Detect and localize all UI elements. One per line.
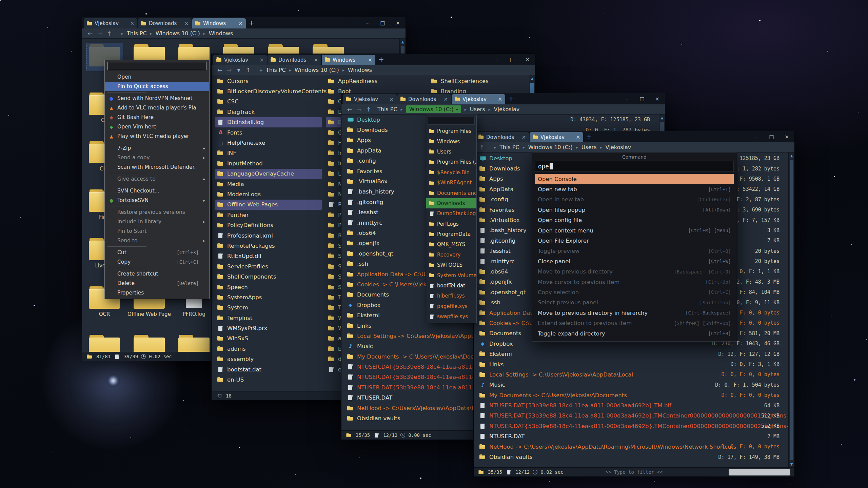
command-item[interactable]: Close panel [Ctrl+W]	[535, 256, 734, 266]
file-row[interactable]: Speech	[215, 282, 322, 292]
tab[interactable]: Downloads	[138, 18, 192, 28]
file-row[interactable]: Obsidian vaults D: 17, F: 149, 38 MB	[477, 452, 788, 462]
file-row[interactable]: InputMethod	[215, 158, 322, 168]
file-row[interactable]: Media	[215, 179, 322, 189]
dropdown-item[interactable]: QMK_MSYS	[426, 239, 476, 249]
minimize-button[interactable]: –	[619, 93, 634, 104]
tab-close-icon[interactable]	[521, 134, 526, 140]
command-item[interactable]: Open Console	[535, 174, 734, 184]
file-row[interactable]: Offline Web Pages	[215, 200, 322, 210]
back-button[interactable]: ←	[86, 30, 94, 37]
context-menu-item[interactable]	[105, 267, 209, 269]
minimize-button[interactable]: –	[360, 17, 375, 28]
minimize-button[interactable]: –	[489, 54, 505, 65]
maximize-button[interactable]: □	[505, 54, 520, 65]
file-row[interactable]: Links D: 0, F: 3, 1 KB	[477, 359, 788, 369]
file-row[interactable]: ServiceProfiles	[215, 261, 322, 271]
context-menu-item[interactable]: Pin to Quick access	[105, 82, 209, 91]
dropdown-item[interactable]: PerfLogs	[426, 219, 476, 229]
close-button[interactable]: ×	[650, 93, 665, 104]
dropdown-item[interactable]: System Volume ...	[426, 270, 476, 280]
dropdown-item[interactable]: ProgramData	[426, 229, 476, 239]
file-row[interactable]: SystemApps	[215, 292, 322, 302]
tab[interactable]: Vjekoslav	[343, 94, 397, 104]
dropdown-item[interactable]: DumpStack.log...	[426, 208, 476, 219]
titlebar[interactable]: Vjekoslav Downloads Windows + –□×	[212, 54, 535, 65]
context-menu-item[interactable]	[105, 91, 209, 94]
context-menu-item[interactable]: Open Vim here	[105, 122, 209, 131]
file-row[interactable]: assembly	[215, 354, 322, 364]
tab-close-icon[interactable]	[498, 96, 502, 102]
context-menu-item[interactable]: Copy [Ctrl+C]	[105, 257, 209, 267]
tab-close-icon[interactable]	[184, 20, 189, 26]
file-row[interactable]: addins	[215, 344, 322, 354]
file-row[interactable]: Cursors	[215, 76, 322, 86]
dropdown-item[interactable]: Downloads	[426, 198, 476, 208]
dropdown-item[interactable]: $Recycle.Bin	[426, 167, 476, 178]
context-menu-item[interactable]: TortoiseSVN ▸	[105, 196, 209, 205]
tab-close-icon[interactable]	[443, 96, 448, 102]
file-row[interactable]: RemotePackages	[215, 241, 322, 251]
dropdown-item[interactable]: hiberfil.sys	[426, 291, 476, 301]
new-tab-button[interactable]: +	[375, 54, 387, 65]
forward-button[interactable]: →	[225, 67, 233, 74]
dropdown-item[interactable]: Program Files (...	[426, 157, 476, 167]
forward-button[interactable]: →	[96, 30, 104, 37]
dropdown-filter-input[interactable]	[428, 117, 475, 125]
tab-close-icon[interactable]	[130, 20, 134, 26]
file-row[interactable]: NTUSER.DAT 2 MB	[477, 431, 788, 442]
dropdown-item[interactable]: $WinREAgent	[426, 178, 476, 188]
command-item[interactable]: Open new tab [Ctrl+T]	[535, 184, 734, 194]
command-item[interactable]: Move to previous directory [Backspace] […	[535, 267, 734, 277]
forward-button[interactable]: →	[355, 106, 363, 113]
titlebar[interactable]: Downloads Vjekoslav + –□×	[474, 131, 794, 142]
maximize-button[interactable]: □	[764, 131, 779, 142]
command-item[interactable]: Open files popup [Alt+Down]	[535, 205, 734, 215]
file-row[interactable]: RtlExUpd.dll	[215, 251, 322, 261]
file-row[interactable]: ShellComponents	[215, 271, 322, 282]
back-button[interactable]: ←	[216, 67, 224, 74]
file-row[interactable]: HelpPane.exe	[215, 138, 322, 148]
titlebar[interactable]: Vjekoslav Downloads Windows + –□×	[82, 17, 406, 28]
command-item[interactable]: Move to previous directory in hierarchy …	[535, 308, 734, 318]
context-menu-item[interactable]: Git Bash Here	[105, 113, 209, 122]
context-menu-item[interactable]: Restore previous versions	[105, 207, 209, 217]
command-item[interactable]: Toggle preview [Ctrl+Q]	[535, 246, 734, 256]
context-menu-item[interactable]	[105, 184, 209, 186]
tab[interactable]: Windows	[322, 55, 375, 65]
dropdown-item[interactable]: SWTOOLS	[426, 260, 476, 270]
file-row[interactable]: DtcInstall.log	[215, 117, 322, 127]
tab-close-icon[interactable]	[368, 57, 372, 63]
file-row[interactable]: TempInst	[215, 313, 322, 323]
command-input[interactable]: ope	[535, 161, 734, 172]
dropdown-item[interactable]: pagefile.sys	[426, 301, 476, 311]
file-row[interactable]: LanguageOverlayCache	[215, 169, 322, 179]
close-button[interactable]: ×	[520, 54, 535, 65]
file-row[interactable]: CSC	[215, 97, 322, 107]
context-menu-item[interactable]: SVN Checkout...	[105, 186, 209, 196]
command-item[interactable]: Copy selection [Ctrl+C]	[535, 287, 734, 297]
tab-close-icon[interactable]	[259, 57, 264, 63]
scrollbar-thumb[interactable]	[790, 160, 793, 460]
new-tab-button[interactable]: +	[505, 93, 517, 104]
file-row[interactable]: My Documents -> C:\Users\Vjekoslav\Docum…	[477, 390, 788, 400]
file-row[interactable]: System	[215, 303, 322, 313]
tab[interactable]: Windows	[192, 18, 246, 28]
tab[interactable]: Vjekoslav	[530, 132, 583, 142]
context-menu-item[interactable]: Scan with Microsoft Defender...	[105, 162, 209, 172]
file-row[interactable]: Professional.xml	[215, 230, 322, 241]
file-row[interactable]: ModemLogs	[215, 189, 322, 199]
titlebar[interactable]: Vjekoslav Downloads Vjekoslav + –□×	[341, 93, 665, 104]
command-item[interactable]: Open in new tab [Ctrl+Enter]	[535, 195, 734, 205]
dropdown-item[interactable]: Users	[426, 147, 476, 157]
breadcrumb-item[interactable]: Users	[581, 144, 597, 150]
vertical-scrollbar[interactable]	[788, 152, 794, 467]
close-button[interactable]: ×	[390, 17, 406, 28]
new-tab-button[interactable]: +	[246, 17, 257, 28]
breadcrumb-item[interactable]: Windows 10 (C:)	[295, 67, 339, 73]
tab[interactable]: Downloads	[397, 94, 451, 104]
tab[interactable]: Downloads	[268, 55, 321, 65]
up-button[interactable]: ↑	[244, 67, 252, 74]
scroll-up-icon[interactable]	[529, 77, 535, 80]
dropdown-item[interactable]: Program Files	[426, 126, 476, 136]
